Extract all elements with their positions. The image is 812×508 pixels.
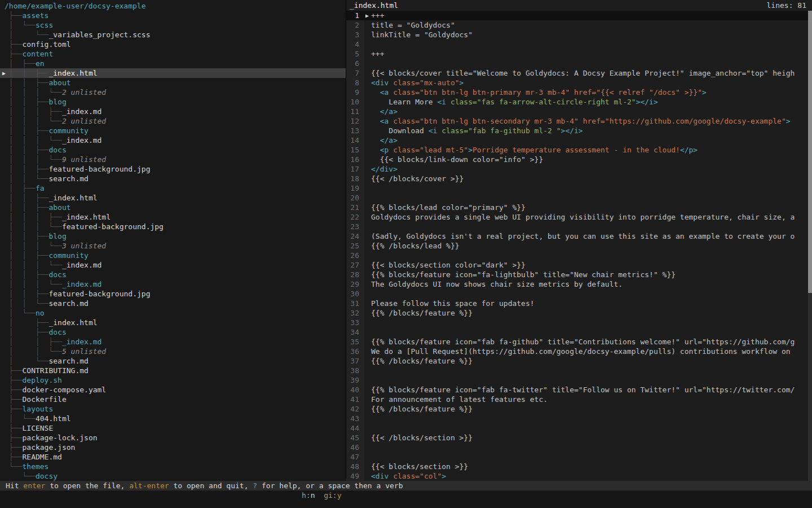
line-number: 33 <box>346 318 364 327</box>
preview-scrollbar[interactable] <box>808 11 812 481</box>
code-text: </div> <box>364 164 398 174</box>
scrollbar-thumb[interactable] <box>808 11 812 293</box>
tree-row[interactable]: │ │ │ ├──_index.html <box>0 212 346 222</box>
code-line: 39 <box>346 375 812 385</box>
tree-row[interactable]: │ │ ├──featured-background.jpg <box>0 289 346 299</box>
tree-row[interactable]: │ │ └──search.md <box>0 299 346 308</box>
code-segment: </div> <box>371 165 398 173</box>
code-line: 31Please follow this space for updates! <box>346 299 812 308</box>
code-line: 30 <box>346 289 812 299</box>
tree-row[interactable]: └──themes <box>0 462 346 471</box>
tree-row[interactable]: │ │ │ └──_index.md <box>0 260 346 270</box>
status-segment: ? <box>253 481 257 490</box>
tree-row[interactable]: │ │ ├──docs <box>0 145 346 155</box>
tree-branch-lines: │ │ ├── <box>9 126 48 135</box>
tree-row[interactable]: │ ├──en <box>0 59 346 68</box>
line-number: 32 <box>346 308 364 318</box>
tree-row[interactable]: │ │ │ └──_index.md <box>0 135 346 145</box>
tree-row[interactable]: │ └──404.html <box>0 414 346 423</box>
tree-row[interactable]: ▶│ │ ├──_index.html <box>0 68 346 78</box>
status-segment: enter <box>23 481 45 490</box>
code-line: 13 Download <i class="fab fa-github ml-2… <box>346 126 812 135</box>
tree-row[interactable]: │ │ │ └──featured-background.jpg <box>0 222 346 231</box>
root-path[interactable]: /home/example-user/docsy-example <box>0 1 346 11</box>
code-segment: </a> <box>380 107 398 116</box>
code-segment: Please follow this space for updates! <box>371 299 535 308</box>
code-segment: title = "Goldydocs" <box>371 21 455 29</box>
line-number: 45 <box>346 433 364 443</box>
code-text: <a class="btn btn-lg btn-primary mr-3 mb… <box>364 87 707 97</box>
code-line: 2title = "Goldydocs" <box>346 20 812 30</box>
tree-row[interactable]: │ └──no <box>0 308 346 318</box>
tree-row[interactable]: ├──docker-compose.yaml <box>0 385 346 395</box>
code-segment: {{% /blocks/lead %}} <box>371 242 460 250</box>
tree-row[interactable]: ├──package-lock.json <box>0 433 346 443</box>
tree-row[interactable]: │ │ ├──docs <box>0 270 346 279</box>
code-segment: +++ <box>371 50 384 58</box>
tree-row[interactable]: │ │ │ └──3 unlisted <box>0 241 346 251</box>
code-segment: class="fab fa-github ml-2 " <box>442 126 561 135</box>
tree-row[interactable]: └──docsy <box>0 471 346 481</box>
status-bar: Hit enter to open the file, alt-enter to… <box>0 481 812 491</box>
code-line: 37{{% /blocks/feature %}} <box>346 356 812 366</box>
tree-row[interactable]: ├──layouts <box>0 404 346 414</box>
code-text <box>364 40 371 49</box>
tree-row[interactable]: ├──package.json <box>0 443 346 452</box>
code-segment: <i <box>437 98 446 106</box>
tree-row[interactable]: │ └──scss <box>0 20 346 30</box>
tree-row[interactable]: │ │ ├──_index.html <box>0 193 346 203</box>
tree-node-label: LICENSE <box>22 424 53 432</box>
line-number: 44 <box>346 423 364 433</box>
tree-row[interactable]: │ │ │ └──9 unlisted <box>0 155 346 164</box>
tree-row[interactable]: │ ├──_index.html <box>0 318 346 327</box>
tree-row[interactable]: │ ├──docs <box>0 327 346 337</box>
tree-row[interactable]: │ └──search.md <box>0 356 346 366</box>
tree-row[interactable]: ├──Dockerfile <box>0 395 346 404</box>
tree-row[interactable]: │ │ │ └──_index.md <box>0 279 346 289</box>
tree-row[interactable]: │ │ ├──_index.md <box>0 337 346 347</box>
tree-row[interactable]: │ └──_variables_project.scss <box>0 30 346 40</box>
tree-row[interactable]: ├──README.md <box>0 452 346 462</box>
tree-row[interactable]: │ ├──fa <box>0 183 346 193</box>
code-segment: class="col" <box>393 472 442 480</box>
tree-row[interactable]: ├──CONTRIBUTING.md <box>0 366 346 375</box>
tree-row[interactable]: │ │ │ ├──_index.md <box>0 107 346 116</box>
code-segment: class="btn btn-lg btn-primary mr-3 mb-4"… <box>393 88 702 97</box>
code-line: 16 {{< blocks/link-down color="info" >}} <box>346 155 812 164</box>
hint-segment <box>315 491 324 500</box>
code-text <box>364 222 371 231</box>
code-text: {{< /blocks/section >}} <box>364 433 473 443</box>
tree-row[interactable]: │ │ └──search.md <box>0 174 346 183</box>
tree-row[interactable]: ├──assets <box>0 11 346 20</box>
tree-node-label: 404.html <box>36 414 71 423</box>
code-line: 21{{% blocks/lead color="primary" %}} <box>346 203 812 212</box>
tree-row[interactable]: │ │ ├──community <box>0 126 346 135</box>
tree-row[interactable]: ├──config.toml <box>0 40 346 49</box>
tree-row[interactable]: │ │ │ └──2 unlisted <box>0 87 346 97</box>
code-segment: <i <box>429 126 438 135</box>
line-number: 48 <box>346 462 364 471</box>
tree-row[interactable]: ├──content <box>0 49 346 59</box>
code-line: 6 <box>346 59 812 68</box>
line-number: 31 <box>346 299 364 308</box>
code-text <box>364 193 371 203</box>
tree-row[interactable]: ├──LICENSE <box>0 423 346 433</box>
code-segment: The Goldydocs UI now shows chair size me… <box>371 280 623 288</box>
tree-row[interactable]: │ │ ├──blog <box>0 231 346 241</box>
tree-branch-lines: │ │ ├── <box>9 146 48 154</box>
tree-row[interactable]: ├──deploy.sh <box>0 375 346 385</box>
code-text <box>364 452 371 462</box>
tree-row[interactable]: │ │ └──5 unlisted <box>0 347 346 356</box>
line-number: 36 <box>346 347 364 356</box>
tree-row[interactable]: │ │ │ └──2 unlisted <box>0 116 346 126</box>
tree-row[interactable]: │ │ ├──featured-background.jpg <box>0 164 346 174</box>
code-text: </a> <box>364 107 398 116</box>
status-segment: to open and quit, <box>169 481 253 490</box>
tree-row[interactable]: │ │ ├──about <box>0 203 346 212</box>
tree-row[interactable]: │ │ ├──blog <box>0 97 346 107</box>
tree-row[interactable]: │ │ ├──community <box>0 251 346 260</box>
line-number: 15 <box>346 145 364 155</box>
tree-row[interactable]: │ │ ├──about <box>0 78 346 87</box>
code-text: <p class="lead mt-5">Porridge temperatur… <box>364 145 698 155</box>
code-segment: <a <box>380 117 389 125</box>
